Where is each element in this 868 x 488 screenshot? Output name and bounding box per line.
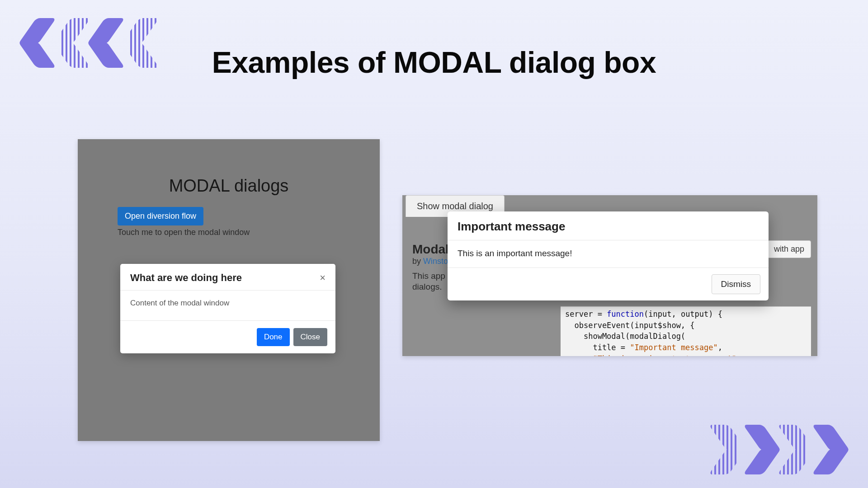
example-2-modal-body: This is an important message! <box>448 240 769 268</box>
example-1-modal-title: What are we doing here <box>130 272 242 284</box>
dismiss-button[interactable]: Dismiss <box>712 274 761 294</box>
example-1-hint-text: Touch me to open the modal window <box>118 228 250 237</box>
example-1-screenshot: MODAL dialogs Open diversion flow Touch … <box>78 139 380 441</box>
decorative-chevrons-bottom-right <box>706 425 841 474</box>
close-icon[interactable]: × <box>320 273 326 283</box>
example-1-modal: What are we doing here × Content of the … <box>120 264 335 353</box>
example-2-code-block: server = function(input, output) { obser… <box>561 306 811 356</box>
slide-title: Examples of MODAL dialog box <box>0 45 868 80</box>
chevron-right-striped-icon <box>706 425 738 474</box>
open-diversion-flow-button[interactable]: Open diversion flow <box>118 207 203 225</box>
chevron-right-icon <box>741 425 772 474</box>
example-2-byline: by Winston <box>412 257 453 266</box>
example-2-desc-line1: This app d <box>412 271 453 281</box>
example-1-page-heading: MODAL dialogs <box>169 176 289 196</box>
by-prefix: by <box>412 257 423 266</box>
example-2-desc-line2: dialogs. <box>412 282 442 292</box>
chevron-right-icon <box>809 425 841 474</box>
example-2-modal: Important message This is an important m… <box>448 211 769 300</box>
example-2-modal-title: Important message <box>448 211 769 240</box>
close-button[interactable]: Close <box>293 328 327 346</box>
with-app-button[interactable]: with app <box>767 240 811 258</box>
done-button[interactable]: Done <box>257 328 290 346</box>
example-1-modal-body: Content of the modal window <box>120 291 335 321</box>
example-2-screenshot: Show modal dialog with app Modal d by Wi… <box>402 195 817 356</box>
chevron-right-striped-icon <box>775 425 807 474</box>
